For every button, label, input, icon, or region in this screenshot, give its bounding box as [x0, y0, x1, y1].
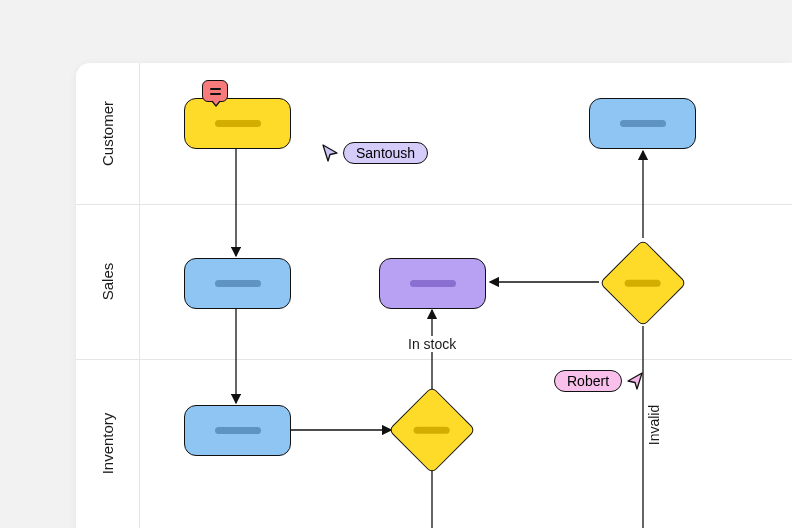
- node-placeholder-icon: [215, 280, 261, 287]
- swimlane-label-sales: Sales: [76, 204, 140, 359]
- node-placeholder-icon: [215, 427, 261, 434]
- lane-text: Inventory: [99, 413, 116, 475]
- cursor-name-pill: Robert: [554, 370, 622, 392]
- lane-text: Sales: [100, 263, 117, 301]
- swimlane-label-inventory: Inventory: [76, 359, 140, 528]
- node-sales-decision[interactable]: [599, 239, 687, 327]
- node-cust-start[interactable]: [184, 98, 291, 149]
- lane-text: Customer: [100, 101, 117, 166]
- edge-label-invalid: Invalid: [646, 403, 662, 447]
- node-sales-a[interactable]: [184, 258, 291, 309]
- diagram-canvas[interactable]: Customer Sales Inventory: [76, 63, 792, 528]
- swimlane-label-column: Customer Sales Inventory: [76, 63, 140, 528]
- swimlane-label-customer: Customer: [76, 63, 140, 204]
- comment-icon[interactable]: [202, 80, 228, 102]
- node-placeholder-icon: [410, 280, 456, 287]
- cursor-name-pill: Santoush: [343, 142, 428, 164]
- node-placeholder-icon: [625, 280, 661, 287]
- lane-separator: [76, 359, 792, 360]
- cursor-pointer-icon: [321, 143, 339, 163]
- presence-cursor-robert: Robert: [554, 370, 644, 392]
- node-cust-end[interactable]: [589, 98, 696, 149]
- lane-separator: [76, 204, 792, 205]
- node-placeholder-icon: [620, 120, 666, 127]
- edge-label-in-stock: In stock: [406, 336, 458, 352]
- node-inv-decision[interactable]: [388, 386, 476, 474]
- node-placeholder-icon: [414, 427, 450, 434]
- node-placeholder-icon: [215, 120, 261, 127]
- cursor-pointer-icon: [626, 371, 644, 391]
- node-inv-a[interactable]: [184, 405, 291, 456]
- node-sales-b[interactable]: [379, 258, 486, 309]
- presence-cursor-santoush: Santoush: [321, 142, 428, 164]
